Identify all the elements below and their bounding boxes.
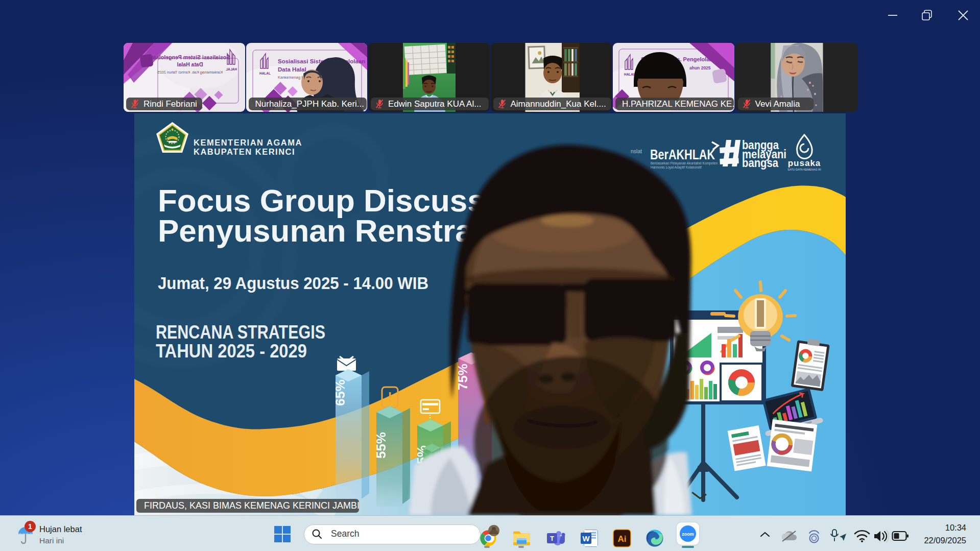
- svg-text:Ai: Ai: [618, 534, 627, 544]
- svg-text:Data Halal: Data Halal: [177, 61, 203, 67]
- svg-text:KEMENTERIAN AGAMA: KEMENTERIAN AGAMA: [194, 138, 302, 147]
- svg-text:!: !: [388, 390, 392, 403]
- svg-text:55%: 55%: [373, 432, 389, 459]
- svg-text:BerAKHLAK: BerAKHLAK: [650, 147, 715, 162]
- svg-text:Harmonis Loyal Adaptif Kolabor: Harmonis Loyal Adaptif Kolaboratif: [651, 165, 702, 170]
- svg-text:HALAL: HALAL: [624, 73, 635, 76]
- svg-text:HALAL: HALAL: [226, 67, 237, 71]
- svg-text:pusaka: pusaka: [788, 158, 821, 168]
- svg-text:SATU DATA KEMENAG RI: SATU DATA KEMENAG RI: [787, 168, 821, 171]
- svg-text:TAHUN 2025 - 2029: TAHUN 2025 - 2029: [156, 341, 307, 362]
- svg-text:Sosialisasi Sistem Pengelolaan: Sosialisasi Sistem Pengelolaan: [150, 54, 230, 60]
- svg-text:ahun 2025: ahun 2025: [689, 65, 711, 70]
- svg-text:nslat: nslat: [631, 148, 642, 154]
- svg-text:HALAL: HALAL: [259, 71, 270, 75]
- svg-text:65%: 65%: [332, 379, 348, 406]
- svg-text:Data Halal: Data Halal: [278, 66, 306, 73]
- svg-text:1: 1: [28, 522, 32, 531]
- svg-text:Berdasarkan Pelayanan Akuntabe: Berdasarkan Pelayanan Akuntabel Kompeten: [651, 161, 718, 165]
- svg-text:T: T: [550, 535, 554, 542]
- svg-text:RENCANA STRATEGIS: RENCANA STRATEGIS: [156, 322, 325, 343]
- svg-text:W: W: [582, 534, 590, 543]
- svg-text:zoom: zoom: [682, 532, 694, 537]
- svg-text:Penyusunan Renstra: Penyusunan Renstra: [158, 213, 473, 248]
- svg-text:Jumat, 29 Agustus 2025 - 14.00: Jumat, 29 Agustus 2025 - 14.00 WIB: [158, 273, 428, 293]
- svg-text:75%: 75%: [455, 364, 470, 390]
- svg-text:bangsa: bangsa: [742, 156, 778, 170]
- svg-text:Kankemenag Kab. Kerinci Tahun: Kankemenag Kab. Kerinci Tahun 2025: [157, 70, 223, 75]
- svg-text:KABUPATEN KERINCI: KABUPATEN KERINCI: [194, 147, 295, 156]
